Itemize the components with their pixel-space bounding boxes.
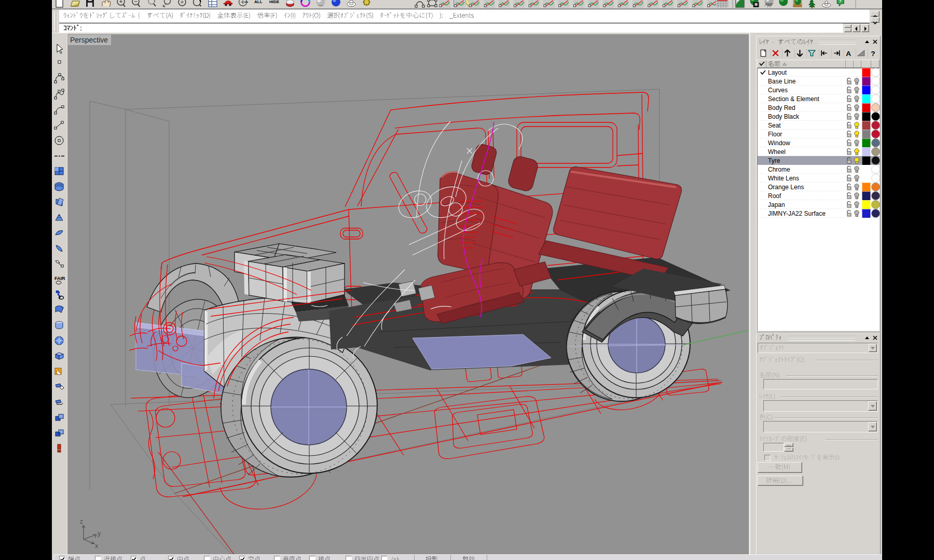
svg-text:z: z bbox=[80, 518, 83, 525]
svg-text:HIDE: HIDE bbox=[269, 0, 280, 4]
svg-text:FAIR: FAIR bbox=[54, 276, 65, 281]
svg-text:y: y bbox=[98, 530, 101, 537]
svg-text:x: x bbox=[95, 542, 98, 550]
svg-text:?: ? bbox=[839, 0, 842, 4]
svg-text:ALL: ALL bbox=[254, 0, 263, 4]
svg-text:?: ? bbox=[871, 50, 875, 58]
svg-text:Perspective: Perspective bbox=[70, 36, 108, 44]
svg-text:A: A bbox=[846, 50, 851, 58]
